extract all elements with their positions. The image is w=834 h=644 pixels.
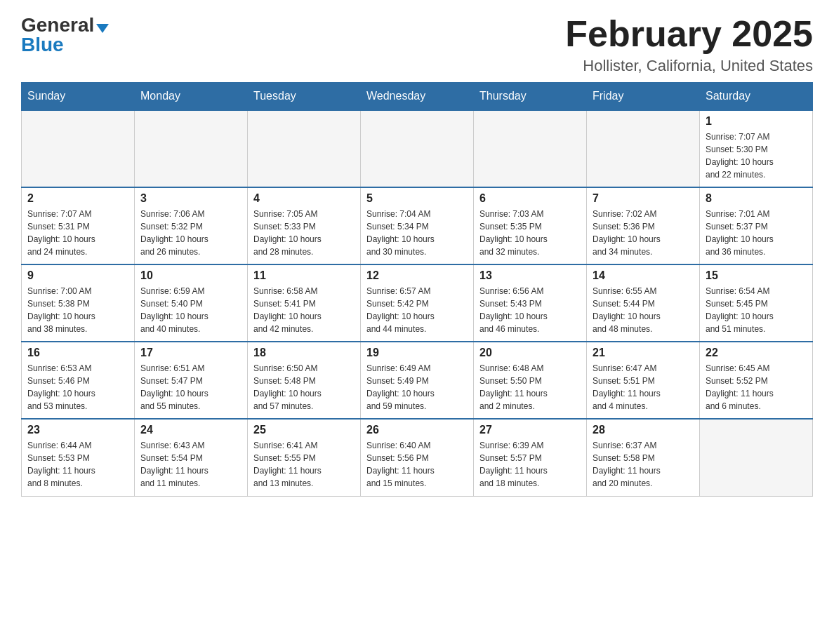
day-number: 19 bbox=[366, 347, 468, 359]
logo-arrow-icon bbox=[96, 24, 109, 33]
table-row: 25Sunrise: 6:41 AM Sunset: 5:55 PM Dayli… bbox=[248, 419, 361, 496]
day-info: Sunrise: 6:37 AM Sunset: 5:58 PM Dayligh… bbox=[593, 439, 694, 490]
day-info: Sunrise: 7:00 AM Sunset: 5:38 PM Dayligh… bbox=[27, 285, 128, 335]
table-row: 10Sunrise: 6:59 AM Sunset: 5:40 PM Dayli… bbox=[135, 264, 248, 342]
day-number: 22 bbox=[706, 347, 807, 359]
day-info: Sunrise: 6:51 AM Sunset: 5:47 PM Dayligh… bbox=[140, 362, 241, 412]
calendar-table: Sunday Monday Tuesday Wednesday Thursday… bbox=[21, 82, 813, 497]
day-info: Sunrise: 7:06 AM Sunset: 5:32 PM Dayligh… bbox=[140, 208, 241, 258]
day-number: 7 bbox=[593, 192, 694, 205]
table-row bbox=[22, 110, 135, 187]
page-header: General Blue February 2025 Hollister, Ca… bbox=[21, 14, 813, 75]
table-row: 23Sunrise: 6:44 AM Sunset: 5:53 PM Dayli… bbox=[22, 419, 135, 496]
table-row bbox=[700, 419, 813, 496]
col-tuesday: Tuesday bbox=[248, 83, 361, 111]
day-info: Sunrise: 7:03 AM Sunset: 5:35 PM Dayligh… bbox=[479, 208, 581, 258]
calendar-week-row: 9Sunrise: 7:00 AM Sunset: 5:38 PM Daylig… bbox=[22, 264, 813, 342]
day-info: Sunrise: 6:43 AM Sunset: 5:54 PM Dayligh… bbox=[140, 439, 241, 490]
day-number: 6 bbox=[479, 192, 581, 205]
day-info: Sunrise: 6:56 AM Sunset: 5:43 PM Dayligh… bbox=[479, 285, 581, 335]
day-number: 24 bbox=[140, 424, 241, 436]
logo: General Blue bbox=[21, 14, 109, 56]
day-number: 17 bbox=[140, 347, 241, 359]
day-number: 26 bbox=[366, 424, 468, 436]
day-info: Sunrise: 6:40 AM Sunset: 5:56 PM Dayligh… bbox=[366, 439, 468, 490]
table-row bbox=[587, 110, 700, 187]
day-number: 12 bbox=[366, 269, 468, 282]
table-row: 15Sunrise: 6:54 AM Sunset: 5:45 PM Dayli… bbox=[700, 264, 813, 342]
col-thursday: Thursday bbox=[474, 83, 587, 111]
calendar-week-row: 23Sunrise: 6:44 AM Sunset: 5:53 PM Dayli… bbox=[22, 419, 813, 496]
table-row: 24Sunrise: 6:43 AM Sunset: 5:54 PM Dayli… bbox=[135, 419, 248, 496]
col-saturday: Saturday bbox=[700, 83, 813, 111]
day-info: Sunrise: 6:48 AM Sunset: 5:50 PM Dayligh… bbox=[479, 362, 581, 412]
table-row: 1Sunrise: 7:07 AM Sunset: 5:30 PM Daylig… bbox=[700, 110, 813, 187]
table-row: 2Sunrise: 7:07 AM Sunset: 5:31 PM Daylig… bbox=[22, 187, 135, 264]
table-row: 28Sunrise: 6:37 AM Sunset: 5:58 PM Dayli… bbox=[587, 419, 700, 496]
day-number: 13 bbox=[479, 269, 581, 282]
table-row: 22Sunrise: 6:45 AM Sunset: 5:52 PM Dayli… bbox=[700, 342, 813, 419]
day-info: Sunrise: 7:02 AM Sunset: 5:36 PM Dayligh… bbox=[593, 208, 694, 258]
table-row: 13Sunrise: 6:56 AM Sunset: 5:43 PM Dayli… bbox=[474, 264, 587, 342]
table-row bbox=[135, 110, 248, 187]
day-number: 16 bbox=[27, 347, 128, 359]
day-number: 18 bbox=[253, 347, 355, 359]
day-number: 10 bbox=[140, 269, 241, 282]
col-wednesday: Wednesday bbox=[361, 83, 474, 111]
table-row: 4Sunrise: 7:05 AM Sunset: 5:33 PM Daylig… bbox=[248, 187, 361, 264]
day-info: Sunrise: 6:54 AM Sunset: 5:45 PM Dayligh… bbox=[706, 285, 807, 335]
title-block: February 2025 Hollister, California, Uni… bbox=[565, 14, 813, 75]
day-info: Sunrise: 6:55 AM Sunset: 5:44 PM Dayligh… bbox=[593, 285, 694, 335]
col-monday: Monday bbox=[135, 83, 248, 111]
table-row: 21Sunrise: 6:47 AM Sunset: 5:51 PM Dayli… bbox=[587, 342, 700, 419]
day-info: Sunrise: 7:07 AM Sunset: 5:30 PM Dayligh… bbox=[706, 130, 807, 181]
day-number: 28 bbox=[593, 424, 694, 436]
day-info: Sunrise: 6:45 AM Sunset: 5:52 PM Dayligh… bbox=[706, 362, 807, 412]
day-number: 8 bbox=[706, 192, 807, 205]
table-row: 9Sunrise: 7:00 AM Sunset: 5:38 PM Daylig… bbox=[22, 264, 135, 342]
day-number: 9 bbox=[27, 269, 128, 282]
day-number: 27 bbox=[479, 424, 581, 436]
table-row: 27Sunrise: 6:39 AM Sunset: 5:57 PM Dayli… bbox=[474, 419, 587, 496]
day-info: Sunrise: 7:07 AM Sunset: 5:31 PM Dayligh… bbox=[27, 208, 128, 258]
day-number: 5 bbox=[366, 192, 468, 205]
day-number: 21 bbox=[593, 347, 694, 359]
day-info: Sunrise: 6:49 AM Sunset: 5:49 PM Dayligh… bbox=[366, 362, 468, 412]
day-info: Sunrise: 7:05 AM Sunset: 5:33 PM Dayligh… bbox=[253, 208, 355, 258]
calendar-subtitle: Hollister, California, United States bbox=[565, 57, 813, 75]
day-number: 20 bbox=[479, 347, 581, 359]
day-info: Sunrise: 6:59 AM Sunset: 5:40 PM Dayligh… bbox=[140, 285, 241, 335]
table-row: 14Sunrise: 6:55 AM Sunset: 5:44 PM Dayli… bbox=[587, 264, 700, 342]
calendar-title: February 2025 bbox=[565, 14, 813, 54]
day-number: 1 bbox=[706, 115, 807, 128]
table-row: 6Sunrise: 7:03 AM Sunset: 5:35 PM Daylig… bbox=[474, 187, 587, 264]
table-row: 3Sunrise: 7:06 AM Sunset: 5:32 PM Daylig… bbox=[135, 187, 248, 264]
day-info: Sunrise: 6:53 AM Sunset: 5:46 PM Dayligh… bbox=[27, 362, 128, 412]
day-number: 23 bbox=[27, 424, 128, 436]
day-number: 3 bbox=[140, 192, 241, 205]
col-friday: Friday bbox=[587, 83, 700, 111]
day-info: Sunrise: 7:04 AM Sunset: 5:34 PM Dayligh… bbox=[366, 208, 468, 258]
day-number: 2 bbox=[27, 192, 128, 205]
table-row bbox=[361, 110, 474, 187]
day-number: 15 bbox=[706, 269, 807, 282]
calendar-week-row: 2Sunrise: 7:07 AM Sunset: 5:31 PM Daylig… bbox=[22, 187, 813, 264]
day-number: 25 bbox=[253, 424, 355, 436]
table-row: 7Sunrise: 7:02 AM Sunset: 5:36 PM Daylig… bbox=[587, 187, 700, 264]
day-info: Sunrise: 6:57 AM Sunset: 5:42 PM Dayligh… bbox=[366, 285, 468, 335]
day-info: Sunrise: 6:44 AM Sunset: 5:53 PM Dayligh… bbox=[27, 439, 128, 490]
logo-blue-text: Blue bbox=[21, 34, 64, 56]
day-info: Sunrise: 6:41 AM Sunset: 5:55 PM Dayligh… bbox=[253, 439, 355, 490]
day-info: Sunrise: 6:47 AM Sunset: 5:51 PM Dayligh… bbox=[593, 362, 694, 412]
table-row: 26Sunrise: 6:40 AM Sunset: 5:56 PM Dayli… bbox=[361, 419, 474, 496]
table-row: 12Sunrise: 6:57 AM Sunset: 5:42 PM Dayli… bbox=[361, 264, 474, 342]
table-row: 16Sunrise: 6:53 AM Sunset: 5:46 PM Dayli… bbox=[22, 342, 135, 419]
table-row: 8Sunrise: 7:01 AM Sunset: 5:37 PM Daylig… bbox=[700, 187, 813, 264]
table-row: 19Sunrise: 6:49 AM Sunset: 5:49 PM Dayli… bbox=[361, 342, 474, 419]
table-row: 20Sunrise: 6:48 AM Sunset: 5:50 PM Dayli… bbox=[474, 342, 587, 419]
table-row bbox=[474, 110, 587, 187]
day-info: Sunrise: 7:01 AM Sunset: 5:37 PM Dayligh… bbox=[706, 208, 807, 258]
table-row: 5Sunrise: 7:04 AM Sunset: 5:34 PM Daylig… bbox=[361, 187, 474, 264]
table-row bbox=[248, 110, 361, 187]
col-sunday: Sunday bbox=[22, 83, 135, 111]
